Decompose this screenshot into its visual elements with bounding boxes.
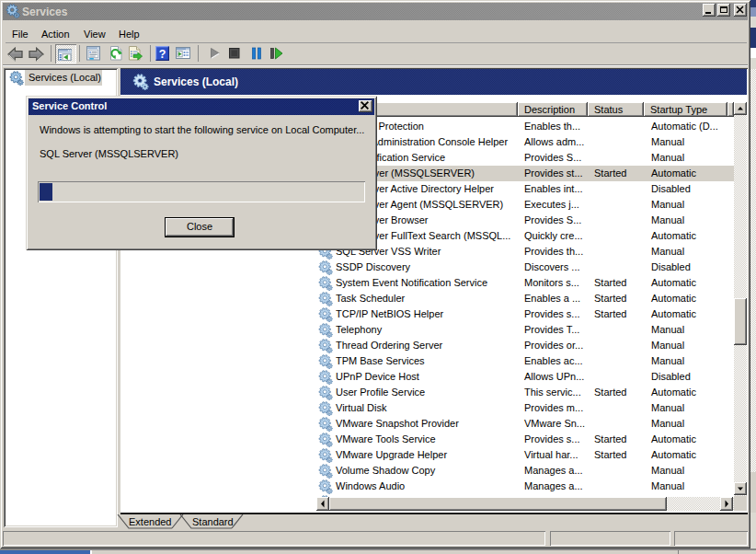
svg-text:Standard: Standard — [192, 516, 234, 527]
svg-text:Extended: Extended — [129, 516, 171, 527]
